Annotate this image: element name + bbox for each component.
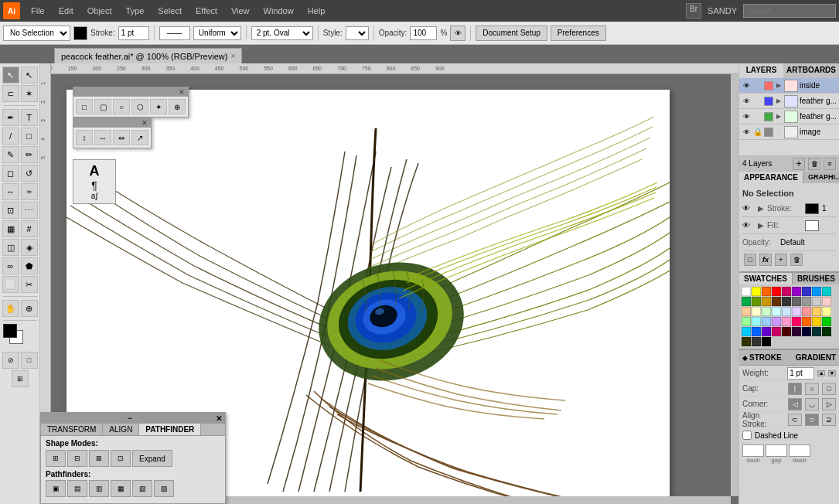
delete-layer-button[interactable]: 🗑 bbox=[808, 158, 820, 170]
pathfinder-panel-close[interactable]: ✕ bbox=[216, 414, 222, 423]
preferences-button[interactable]: Preferences bbox=[551, 26, 606, 41]
select-tool[interactable]: ↖ bbox=[2, 66, 19, 83]
move-transform-tool[interactable]: ↕ bbox=[76, 130, 93, 145]
ellipse-shape-tool[interactable]: ○ bbox=[113, 99, 130, 114]
bevel-join-button[interactable]: ▷ bbox=[822, 398, 836, 410]
swatch-color[interactable] bbox=[772, 317, 781, 326]
layer-item-feather1[interactable]: 👁 ▶ feather g... bbox=[739, 94, 839, 109]
swatch-color[interactable] bbox=[822, 297, 831, 306]
live-paint-tool[interactable]: ⬟ bbox=[21, 257, 38, 274]
swatch-color[interactable] bbox=[762, 307, 771, 316]
shear-transform-tool[interactable]: ↗ bbox=[131, 130, 148, 145]
swatch-color[interactable] bbox=[782, 317, 791, 326]
polygon-tool[interactable]: ⬡ bbox=[131, 99, 148, 114]
pen-tool[interactable]: ✒ bbox=[2, 109, 19, 126]
stroke-style-line[interactable]: —— bbox=[159, 26, 190, 40]
menu-help[interactable]: Help bbox=[302, 5, 332, 17]
layer-lock-feather1[interactable] bbox=[753, 97, 762, 106]
blend-tool[interactable]: ∞ bbox=[2, 257, 19, 274]
align-center-button[interactable]: ⊃ bbox=[805, 414, 819, 426]
swatch-color[interactable] bbox=[772, 307, 781, 316]
direct-select-tool[interactable]: ↖ bbox=[21, 66, 38, 83]
swatch-color[interactable] bbox=[762, 317, 771, 326]
swatch-color[interactable] bbox=[812, 327, 821, 336]
tab-align-bottom[interactable]: ALIGN bbox=[103, 424, 139, 435]
layer-expand-feather2[interactable]: ▶ bbox=[775, 113, 783, 121]
gap1-input[interactable] bbox=[766, 444, 787, 457]
layer-eye-image[interactable]: 👁 bbox=[741, 127, 752, 138]
rounded-rect-tool[interactable]: ▢ bbox=[94, 99, 111, 114]
fx-button[interactable]: fx bbox=[759, 254, 772, 266]
fill-swatch[interactable] bbox=[73, 26, 87, 40]
none-color[interactable]: ⊘ bbox=[2, 352, 19, 369]
rectangle-shape-tool[interactable]: □ bbox=[76, 99, 93, 114]
appearance-expand-fill[interactable]: ▶ bbox=[758, 221, 764, 230]
document-tab[interactable]: peacock feather.ai* @ 100% (RGB/Preview)… bbox=[54, 48, 242, 63]
stroke-weight-field[interactable] bbox=[787, 367, 814, 380]
dash2-input[interactable] bbox=[789, 444, 810, 457]
layer-eye-inside[interactable]: 👁 bbox=[741, 80, 752, 91]
round-cap-button[interactable]: ○ bbox=[805, 383, 819, 395]
full-screen-mode[interactable]: ⊞ bbox=[12, 370, 29, 387]
swatch-color[interactable] bbox=[752, 287, 761, 296]
layer-expand-inside[interactable]: ▶ bbox=[775, 82, 783, 90]
swatch-color[interactable] bbox=[812, 307, 821, 316]
menu-edit[interactable]: Edit bbox=[53, 5, 80, 17]
delete-item-button[interactable]: 🗑 bbox=[790, 254, 803, 266]
layer-lock-inside[interactable] bbox=[753, 81, 762, 90]
swatch-color[interactable] bbox=[772, 297, 781, 306]
swatch-color[interactable] bbox=[762, 297, 771, 306]
subtract-shape-mode[interactable]: ⊟ bbox=[67, 450, 87, 467]
zoom-tool[interactable]: ⊕ bbox=[21, 300, 38, 317]
appearance-stroke-swatch[interactable] bbox=[805, 203, 819, 214]
swatch-color[interactable] bbox=[802, 307, 811, 316]
swatch-color[interactable] bbox=[762, 287, 771, 296]
type-tool[interactable]: T bbox=[21, 109, 38, 126]
layer-expand-feather1[interactable]: ▶ bbox=[775, 97, 783, 105]
swatch-color[interactable] bbox=[802, 327, 811, 336]
symbol-tool[interactable]: ⋯ bbox=[21, 202, 38, 219]
slice-tool[interactable]: ✂ bbox=[21, 276, 38, 293]
tab-close-button[interactable]: × bbox=[230, 52, 235, 60]
menu-select[interactable]: Select bbox=[152, 5, 188, 17]
minus-back-pathfinder[interactable]: ▨ bbox=[154, 480, 174, 497]
add-shape-mode[interactable]: ⊞ bbox=[46, 450, 66, 467]
rotate-tool[interactable]: ↺ bbox=[21, 165, 38, 182]
bridge-button[interactable]: Br bbox=[686, 3, 701, 19]
swatch-color[interactable] bbox=[802, 287, 811, 296]
mesh-tool[interactable]: # bbox=[21, 220, 38, 237]
rect-tool[interactable]: □ bbox=[21, 128, 38, 145]
layer-item-inside[interactable]: 👁 ▶ inside bbox=[739, 78, 839, 94]
exclude-shape-mode[interactable]: ⊡ bbox=[111, 450, 131, 467]
swatch-color[interactable] bbox=[772, 327, 781, 336]
swatch-color[interactable] bbox=[792, 317, 801, 326]
menu-object[interactable]: Object bbox=[81, 5, 118, 17]
stroke-weight-up[interactable]: ▲ bbox=[817, 370, 825, 376]
swatch-color[interactable] bbox=[742, 327, 751, 336]
gradient-tool[interactable]: ◫ bbox=[2, 239, 19, 256]
tab-layers[interactable]: LAYERS bbox=[739, 63, 783, 78]
column-graph-tool[interactable]: ▦ bbox=[2, 220, 19, 237]
layer-eye-feather2[interactable]: 👁 bbox=[741, 111, 752, 122]
tab-swatches[interactable]: SWATCHES bbox=[739, 273, 793, 284]
swatch-color[interactable] bbox=[812, 317, 821, 326]
tab-brushes[interactable]: BRUSHES bbox=[793, 273, 839, 284]
star-tool[interactable]: ✦ bbox=[150, 99, 167, 114]
appearance-visibility-stroke[interactable]: 👁 bbox=[742, 204, 755, 213]
menu-view[interactable]: View bbox=[225, 5, 256, 17]
appearance-visibility-fill[interactable]: 👁 bbox=[742, 221, 755, 230]
tab-graphic-styles[interactable]: GRAPHI... bbox=[803, 172, 839, 183]
menu-type[interactable]: Type bbox=[120, 5, 151, 17]
document-setup-button[interactable]: Document Setup bbox=[476, 26, 547, 41]
swatch-color[interactable] bbox=[822, 327, 831, 336]
swatch-color[interactable] bbox=[772, 287, 781, 296]
scale-tool[interactable]: ↔ bbox=[2, 183, 19, 200]
swatch-color[interactable] bbox=[822, 317, 831, 326]
menu-effect[interactable]: Effect bbox=[189, 5, 223, 17]
swatch-color[interactable] bbox=[792, 297, 801, 306]
magic-wand-tool[interactable]: ✶ bbox=[21, 85, 38, 102]
eyedropper-tool[interactable]: ◈ bbox=[21, 239, 38, 256]
paintbrush-tool[interactable]: ✎ bbox=[2, 146, 19, 163]
transform-panel-close[interactable]: ✕ bbox=[142, 119, 148, 127]
miter-join-button[interactable]: ◁ bbox=[788, 398, 802, 410]
